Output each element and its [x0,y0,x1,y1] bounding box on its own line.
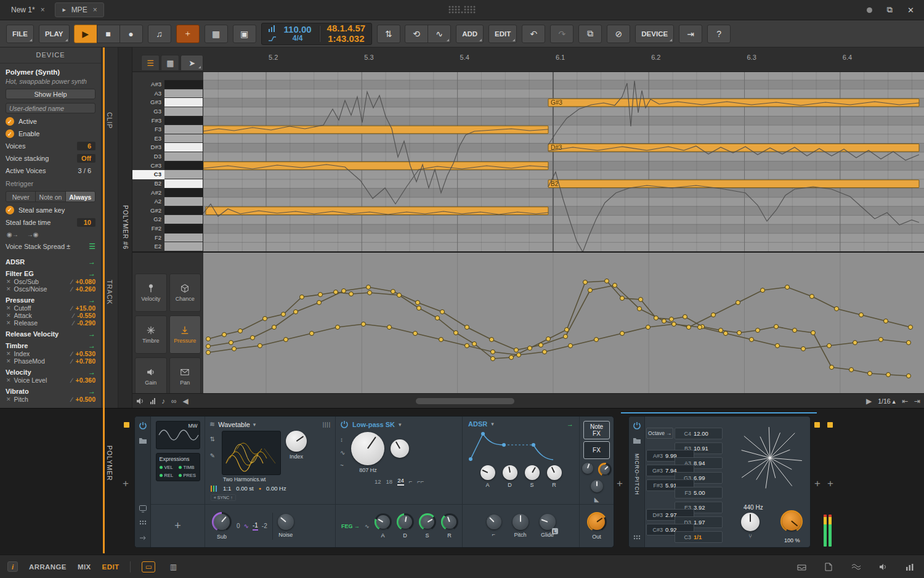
pressure-point[interactable] [229,341,233,345]
expression-lane-timbre[interactable]: Timbre [135,315,167,354]
pressure-point[interactable] [565,328,569,332]
mod-target-oscs-noise[interactable]: ✕Oscs/Noise∕+0.260 [6,285,95,293]
grid-resolution[interactable]: 1/16 ▴ [878,397,896,405]
pressure-point[interactable] [465,344,469,348]
voices-row[interactable]: Voices 6 [6,142,95,150]
pressure-point[interactable] [284,338,288,342]
mod-source-vibrato[interactable]: Vibrato→ [6,387,95,396]
pressure-point[interactable] [588,288,593,293]
pressure-point[interactable] [440,310,445,314]
filter-cutoff-value[interactable]: 807 Hz [359,467,377,473]
retrigger-always-button[interactable]: Always [66,192,95,201]
zoom-selection-icon[interactable]: ⇥ [914,397,920,405]
pressure-point[interactable] [367,285,371,290]
piano-key-A2[interactable]: A2 [132,197,203,206]
device-polymer[interactable]: MW Expressions VEL TIMB REL PRES [134,416,614,548]
project-tab-new1[interactable]: New 1* × [5,3,51,17]
reference-frequency[interactable]: 440 Hz [744,504,763,511]
mod-out-icon[interactable]: ◉→ [7,231,18,238]
mod-wheel-source[interactable]: MW [156,421,200,449]
piano-key-A3[interactable]: A3 [132,89,203,99]
pressure-point[interactable] [543,350,547,354]
envelope-follower-icon[interactable]: ◣ [594,496,599,503]
remove-mod-icon[interactable]: ✕ [6,279,11,285]
pressure-point[interactable] [620,332,625,336]
pressure-point[interactable] [222,333,227,337]
pressure-point[interactable] [251,336,255,340]
micropitch-entry-F3[interactable]: F35.00 [675,487,723,499]
filter-resonance-knob[interactable] [391,439,409,458]
pressure-point[interactable] [334,290,338,295]
mod-source-timbre[interactable]: Timbre→ [6,341,95,350]
lane-menu-icon[interactable]: ☰ [141,55,160,71]
filter-drive-icon[interactable]: ~ [340,462,345,469]
arrange-view-button[interactable]: ARRANGE [29,563,67,571]
pressure-point[interactable] [683,315,687,319]
pressure-point[interactable] [736,301,740,305]
piano-key-C#3[interactable]: C#3 [132,161,203,171]
show-inspector-button[interactable]: ⇥ [679,25,702,43]
pressure-point[interactable] [583,280,588,285]
pressure-point[interactable] [258,344,262,348]
pressure-point[interactable] [793,328,797,333]
chain-track-name[interactable]: POLYMER [106,446,113,481]
pressure-point[interactable] [687,325,691,330]
mod-source-adsr[interactable]: ADSR→ [6,258,95,266]
sub-octave-minus2[interactable]: -2 [262,523,267,529]
amp-decay-knob[interactable] [503,465,517,480]
close-tab-icon[interactable]: × [93,6,97,14]
pressure-point[interactable] [868,372,872,376]
piano-key-G#2[interactable]: G#2 [132,206,203,216]
browser-panel-button[interactable] [795,561,808,572]
mappings-panel-button[interactable] [849,561,862,572]
pressure-point[interactable] [639,298,643,302]
wt-edit-icon[interactable]: ✎ [210,452,215,459]
expression-lane-pan[interactable]: Pan [169,357,201,396]
grid-snap-button[interactable]: ▦ [205,25,228,43]
pressure-point[interactable] [835,307,839,311]
pressure-point[interactable] [397,293,402,298]
remove-mod-icon[interactable]: ✕ [6,305,11,311]
mod-curve-icon[interactable]: ∕ [71,357,73,365]
position-display[interactable]: 48.1.4.57 1:43.032 [327,23,366,44]
piano-key-C3[interactable]: C3 [132,170,203,179]
slope-24-button[interactable]: 24 [397,477,404,486]
amp-attack-knob[interactable] [480,465,495,480]
filter-type-select[interactable]: Low-pass SK [352,421,395,428]
mod-in-icon[interactable]: →◉ [27,231,39,238]
mod-target-cutoff[interactable]: ✕Cutoff∕+15.00 [6,304,95,312]
project-panel-button[interactable] [822,561,835,572]
pressure-point[interactable] [310,332,314,336]
info-icon[interactable]: i [7,561,18,572]
filter-cutoff-knob[interactable] [351,432,384,465]
pressure-point[interactable] [569,344,573,348]
piano-key-F3[interactable]: F3 [132,125,203,134]
filter-env-amount-icon[interactable]: ↕ [340,436,345,443]
steal-fade-time-row[interactable]: Steal fade time 10 [6,218,95,227]
pressure-point[interactable] [801,347,806,351]
remove-mod-icon[interactable]: ✕ [6,358,11,364]
mod-curve-icon[interactable]: ∕ [71,396,73,403]
mod-source-release-velocity[interactable]: Release Velocity→ [6,330,95,338]
sub-octave-minus1[interactable]: -1 [253,522,258,531]
mod-target-phasemod[interactable]: ✕PhaseMod∕+0.780 [6,357,95,365]
pressure-point[interactable] [413,332,418,336]
duplicate-button[interactable]: ⧉ [578,25,602,43]
osc-detune-hz-value[interactable]: 0.00 Hz [266,485,286,492]
slope-12-button[interactable]: 12 [375,478,381,485]
pressure-point[interactable] [776,344,780,348]
pressure-point[interactable] [907,374,911,378]
pressure-point[interactable] [879,338,883,342]
pressure-point[interactable] [750,338,754,342]
pressure-point[interactable] [491,350,495,354]
pressure-point[interactable] [605,279,609,283]
tempo-display[interactable]: 110.00 4/4 [284,25,312,43]
mod-curve-icon[interactable]: ∕ [73,312,74,319]
enable-toggle[interactable]: ✓ Enable [6,129,95,138]
record-button[interactable]: ● [120,25,143,43]
fx-tab[interactable]: FX [583,441,610,459]
pressure-point[interactable] [300,295,304,299]
track-color-swatch[interactable] [814,422,820,428]
track-color-swatch[interactable] [124,422,129,428]
vel-sens-knob[interactable] [582,463,593,474]
